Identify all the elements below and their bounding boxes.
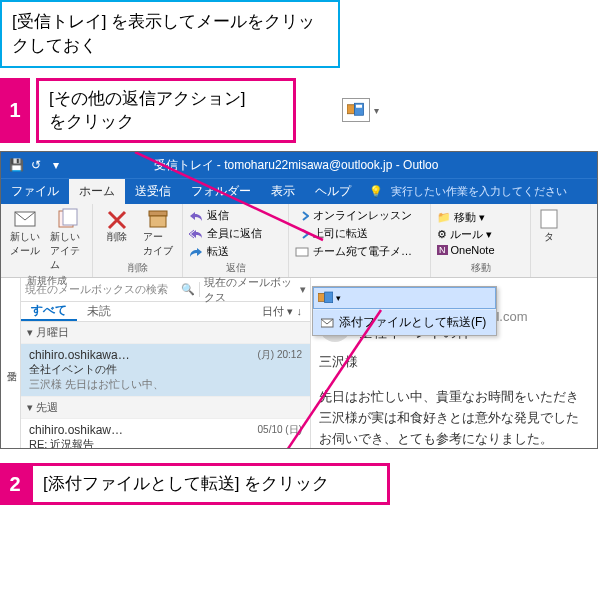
- window-title: 受信トレイ - tomoharu22misawa@outlook.jp - Ou…: [1, 157, 597, 174]
- prestep-text: [受信トレイ] を表示してメールをクリックしておく: [12, 12, 315, 55]
- group-header[interactable]: ▾ 先週: [21, 397, 310, 419]
- svg-rect-6: [149, 211, 167, 216]
- title-bar: 💾 ↺ ▾ 受信トレイ - tomoharu22misawa@outlook.j…: [1, 152, 597, 178]
- chevron-down-icon: ▾: [300, 283, 306, 296]
- tab-help[interactable]: ヘルプ: [305, 179, 361, 204]
- move-button[interactable]: 📁移動 ▾: [437, 210, 524, 225]
- step2-callout: [添付ファイルとして転送] をクリック: [30, 463, 390, 505]
- folder-move-icon: 📁: [437, 211, 451, 224]
- svg-rect-11: [325, 292, 333, 303]
- svg-rect-5: [63, 209, 77, 225]
- ribbon: 新しい メール 新しい アイテム 新規作成 削除 アー カイブ: [1, 204, 597, 278]
- tab-home[interactable]: ホーム: [69, 179, 125, 204]
- search-input[interactable]: 現在のメールボックスの検索 🔍: [21, 282, 200, 297]
- message-list-pane: 現在のメールボックスの検索 🔍 現在のメールボックス▾ すべて 未読 日付 ▾ …: [21, 278, 311, 448]
- quickstep-2[interactable]: 上司に転送: [295, 226, 424, 241]
- dropdown-caret-icon: ▾: [374, 105, 379, 116]
- delete-button[interactable]: 削除: [99, 208, 135, 244]
- rules-button[interactable]: ⚙ルール ▾: [437, 227, 524, 242]
- step1-text: [その他の返信アクション] をクリック: [49, 89, 245, 132]
- step1-callout: [その他の返信アクション] をクリック: [36, 78, 296, 144]
- more-reply-actions-popup: ▾ 添付ファイルとして転送(F): [312, 286, 497, 336]
- svg-rect-9: [541, 210, 557, 228]
- svg-rect-7: [150, 216, 166, 227]
- svg-rect-10: [318, 294, 325, 302]
- filter-all[interactable]: すべて: [21, 302, 77, 321]
- step2-text: [添付ファイルとして転送] をクリック: [43, 474, 329, 493]
- reply-button[interactable]: 返信: [189, 208, 282, 223]
- onenote-icon: N: [437, 245, 448, 255]
- forward-button[interactable]: 転送: [189, 244, 282, 259]
- rules-icon: ⚙: [437, 228, 447, 241]
- forward-as-attachment-item[interactable]: 添付ファイルとして転送(F): [313, 309, 496, 335]
- quickstep-3[interactable]: チーム宛て電子メ…: [295, 244, 424, 259]
- sort-select[interactable]: 日付 ▾ ↓: [262, 304, 310, 319]
- message-item[interactable]: (月) 20:12 chihiro.oshikawa… 全社イベントの件 三沢様…: [21, 344, 310, 397]
- svg-rect-8: [296, 248, 308, 256]
- filter-unread[interactable]: 未読: [77, 303, 121, 320]
- qa-button[interactable]: ↺: [29, 158, 43, 172]
- step2-number: 2: [0, 463, 30, 505]
- nav-collapsed[interactable]: 受信: [1, 278, 21, 448]
- tab-folder[interactable]: フォルダー: [181, 179, 261, 204]
- group-header[interactable]: ▾ 月曜日: [21, 322, 310, 344]
- prestep-callout: [受信トレイ] を表示してメールをクリックしておく: [0, 0, 340, 68]
- group-reply-label: 返信: [189, 261, 282, 275]
- tab-file[interactable]: ファイル: [1, 179, 69, 204]
- onenote-button[interactable]: NOneNote: [437, 244, 524, 256]
- ribbon-tabs: ファイル ホーム 送受信 フォルダー 表示 ヘルプ 💡 実行したい作業を入力して…: [1, 178, 597, 204]
- more-reply-actions-magnified: ▾: [342, 78, 379, 144]
- save-icon[interactable]: 💾: [9, 158, 23, 172]
- tags-button[interactable]: タ: [537, 208, 561, 244]
- step1-number: 1: [0, 78, 30, 144]
- more-reply-actions-icon: [342, 98, 370, 122]
- svg-rect-0: [347, 105, 355, 114]
- reply-all-button[interactable]: 全員に返信: [189, 226, 282, 241]
- quickstep-1[interactable]: オンラインレッスン: [295, 208, 424, 223]
- tellme-input[interactable]: 実行したい作業を入力してください: [391, 184, 567, 199]
- envelope-forward-icon: [321, 317, 335, 329]
- new-item-button[interactable]: 新しい アイテム: [50, 208, 87, 272]
- search-icon: 🔍: [181, 283, 195, 296]
- more-reply-actions-button[interactable]: ▾: [313, 287, 496, 309]
- tellme-icon: 💡: [369, 185, 383, 198]
- tab-view[interactable]: 表示: [261, 179, 305, 204]
- tab-sendreceive[interactable]: 送受信: [125, 179, 181, 204]
- qa-caret-icon[interactable]: ▾: [49, 158, 63, 172]
- search-scope-select[interactable]: 現在のメールボックス▾: [200, 275, 310, 305]
- group-delete-label: 削除: [99, 261, 176, 275]
- message-item[interactable]: 05/10 (日) chihiro.oshikaw… RE: 近況報告 三沢様 …: [21, 419, 310, 449]
- new-mail-button[interactable]: 新しい メール: [7, 208, 44, 258]
- archive-button[interactable]: アー カイブ: [141, 208, 177, 258]
- reading-body: 三沢様 先日はお忙しい中、貴重なお時間をいただき 三沢様が実は和食好きとは意外な…: [319, 352, 589, 448]
- svg-rect-2: [356, 105, 362, 108]
- group-move-label: 移動: [437, 261, 524, 275]
- outlook-window: 💾 ↺ ▾ 受信トレイ - tomoharu22misawa@outlook.j…: [0, 151, 598, 449]
